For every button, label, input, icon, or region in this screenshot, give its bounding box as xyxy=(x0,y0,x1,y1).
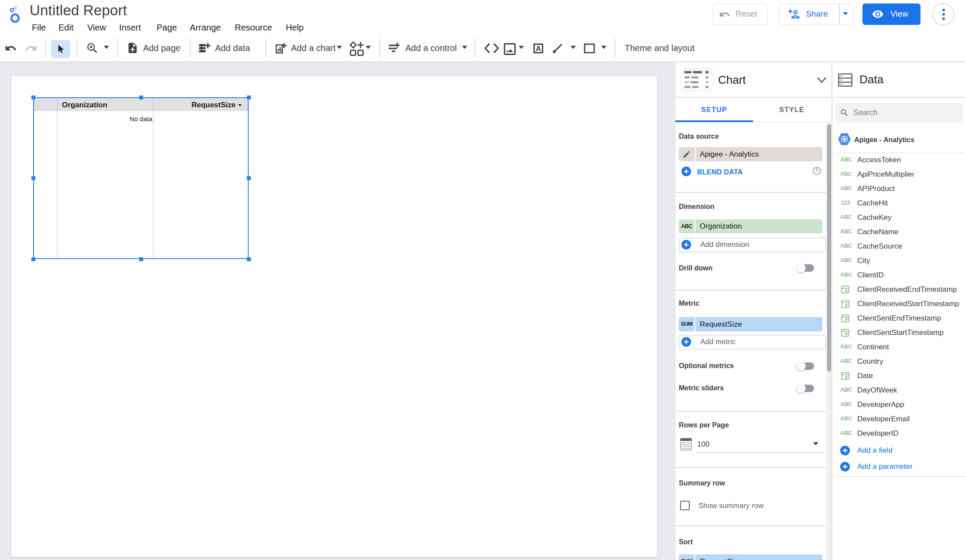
svg-text:A: A xyxy=(536,44,541,53)
